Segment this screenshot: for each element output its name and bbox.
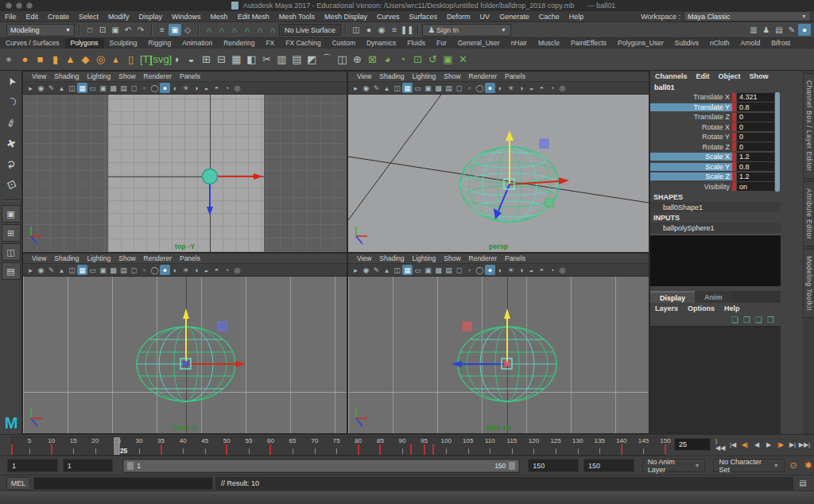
menu-item[interactable]: Mesh Tools	[274, 13, 320, 21]
use-all-lights-icon[interactable]: ☀	[506, 265, 516, 275]
select-camera-icon[interactable]: ▸	[351, 265, 361, 275]
xray-icon[interactable]: ◔	[547, 83, 557, 93]
channel-value-field[interactable]: 0	[737, 113, 774, 122]
target-weld-icon[interactable]: ✕	[455, 52, 471, 68]
textured-icon[interactable]: ◐	[170, 83, 180, 93]
select-hierarchy-icon[interactable]: ≡	[156, 24, 169, 36]
poly-pipe-icon[interactable]: ▯	[123, 52, 138, 68]
viewport-top[interactable]: ViewShadingLightingShowRendererPanels ▸◉…	[22, 71, 347, 253]
channel-value-field[interactable]: on	[737, 182, 774, 191]
resolution-gate-icon[interactable]: ▣	[98, 265, 108, 275]
use-all-lights-icon[interactable]: ☀	[180, 265, 191, 275]
mirror-icon[interactable]: ◫	[335, 52, 350, 68]
snap-to-point-icon[interactable]: ∩	[228, 24, 241, 36]
xray-icon[interactable]: ◔	[222, 265, 232, 275]
safe-title-icon[interactable]: ▫	[139, 265, 149, 275]
outliner-layout-button[interactable]: ▤	[2, 262, 21, 280]
gate-mask-icon[interactable]: ▩	[433, 265, 444, 275]
shelf-tab[interactable]: Polygons	[65, 38, 104, 48]
lasso-tool-icon[interactable]: ◡	[0, 91, 22, 112]
film-gate-icon[interactable]: ▭	[413, 265, 423, 275]
range-start-handle[interactable]	[127, 462, 134, 470]
shadows-icon[interactable]: ◑	[516, 265, 526, 275]
step-forward-key-button[interactable]: |▶	[775, 437, 786, 452]
viewport-front[interactable]: ViewShadingLightingShowRendererPanels ▸◉…	[22, 253, 347, 434]
channel-row[interactable]: Translate Z 0	[650, 112, 781, 122]
poly-cylinder-icon[interactable]: ▮	[48, 52, 63, 68]
move-tool-icon[interactable]: ✚	[0, 133, 22, 153]
gate-mask-icon[interactable]: ▩	[433, 83, 444, 93]
anim-layer-selector[interactable]: No Anim Layer ▼	[642, 459, 706, 472]
channel-label[interactable]: Rotate X	[650, 123, 732, 131]
motion-blur-icon[interactable]: ◓	[537, 83, 547, 93]
viewport-menu-item[interactable]: Show	[114, 254, 139, 262]
go-to-end-button[interactable]: ▶▶|	[799, 437, 810, 452]
snap-to-view-plane-icon[interactable]: ∩	[254, 24, 266, 36]
channel-row[interactable]: Rotate Z 0	[650, 142, 781, 153]
step-back-key-button[interactable]: ◀|	[739, 437, 750, 452]
input-node-item[interactable]: ballpolySphere1	[650, 223, 781, 233]
channel-row[interactable]: Rotate Y 0	[650, 132, 781, 142]
shelf-tab[interactable]: Fluids	[401, 38, 431, 48]
isolate-select-icon[interactable]: ◎	[232, 83, 242, 93]
channel-box-menu-item[interactable]: Edit	[696, 72, 710, 80]
screen-space-ao-icon[interactable]: ◒	[201, 265, 211, 275]
channel-value-field[interactable]: 1.2	[737, 153, 774, 161]
viewport-menu-item[interactable]: Show	[114, 72, 139, 80]
channel-row[interactable]: Scale Y 0.8	[650, 162, 781, 173]
menu-item[interactable]: Cache	[534, 13, 564, 21]
menu-item[interactable]: Mesh	[206, 13, 233, 21]
viewport-menu-item[interactable]: Lighting	[408, 72, 440, 80]
layer-editor-menu-item[interactable]: Layers	[655, 304, 678, 312]
center-pivot-icon[interactable]: ⊕	[350, 52, 365, 68]
four-pane-layout-button[interactable]: ⊞	[2, 224, 21, 242]
minimize-button[interactable]	[16, 2, 22, 9]
viewport-menu-item[interactable]: Renderer	[140, 254, 176, 262]
grid-icon[interactable]: ▦	[402, 83, 413, 93]
two-pane-layout-button[interactable]: ◫	[2, 243, 21, 261]
menu-item[interactable]: Deform	[442, 13, 475, 21]
viewport-menu-item[interactable]: Renderer	[465, 254, 501, 262]
safe-action-icon[interactable]: ◻	[454, 83, 464, 93]
bevel-icon[interactable]: ◩	[304, 52, 320, 68]
grid-icon[interactable]: ▦	[77, 83, 87, 93]
poly-pyramid-icon[interactable]: ▴	[108, 52, 123, 68]
anim-layer-empty-icon[interactable]: ❏	[755, 316, 762, 324]
select-tool-icon[interactable]: ➤	[0, 71, 22, 91]
step-forward-frame-button[interactable]: ▶|	[787, 437, 798, 452]
safe-title-icon[interactable]: ▫	[139, 83, 149, 93]
sign-in-button[interactable]: ♟ Sign In ▼	[422, 24, 511, 37]
shadows-icon[interactable]: ◑	[191, 265, 201, 275]
channel-label[interactable]: Scale Y	[650, 163, 732, 171]
shelf-tab[interactable]: Rendering	[218, 38, 260, 48]
render-current-frame-icon[interactable]: ●	[362, 24, 375, 36]
grid-icon[interactable]: ▦	[402, 265, 413, 275]
new-scene-icon[interactable]: □	[83, 24, 96, 36]
redo-icon[interactable]: ↷	[134, 24, 147, 36]
menu-item[interactable]: Edit Mesh	[233, 13, 274, 21]
channel-row[interactable]: Translate Y 0.8	[650, 103, 781, 113]
sculpt-faces-icon[interactable]: ◔	[395, 52, 410, 68]
combine-icon[interactable]: ⊞	[199, 52, 214, 68]
playback-start-field[interactable]: 1	[63, 459, 114, 472]
bookmarks-icon[interactable]: ▴	[56, 265, 67, 275]
resolution-gate-icon[interactable]: ▣	[98, 83, 108, 93]
viewport-front-canvas[interactable]: front -Z	[23, 277, 347, 433]
insert-edge-loop-icon[interactable]: ▥	[274, 52, 289, 68]
layer-editor-tab[interactable]: Display	[650, 291, 695, 303]
lock-camera-icon[interactable]: ◉	[361, 265, 371, 275]
go-to-start-button[interactable]: |◀◀	[715, 437, 727, 452]
xray-icon[interactable]: ◔	[547, 265, 557, 275]
viewport-menu-item[interactable]: Renderer	[140, 72, 176, 80]
menu-item[interactable]: UV	[475, 13, 495, 21]
channel-box-menu-item[interactable]: Channels	[655, 72, 688, 80]
viewport-side[interactable]: ViewShadingLightingShowRendererPanels ▸◉…	[347, 253, 649, 434]
bridge-icon[interactable]: ⌒	[320, 52, 335, 68]
save-scene-icon[interactable]: ▣	[109, 24, 122, 36]
boolean-difference-icon[interactable]: ◒	[184, 52, 199, 68]
animation-end-field[interactable]: 150	[583, 459, 634, 472]
spin-edge-icon[interactable]: ↺	[425, 52, 440, 68]
shelf-tab[interactable]: Fur	[431, 38, 452, 48]
shaded-icon[interactable]: ●	[160, 83, 170, 93]
image-plane-icon[interactable]: ◫	[67, 265, 77, 275]
